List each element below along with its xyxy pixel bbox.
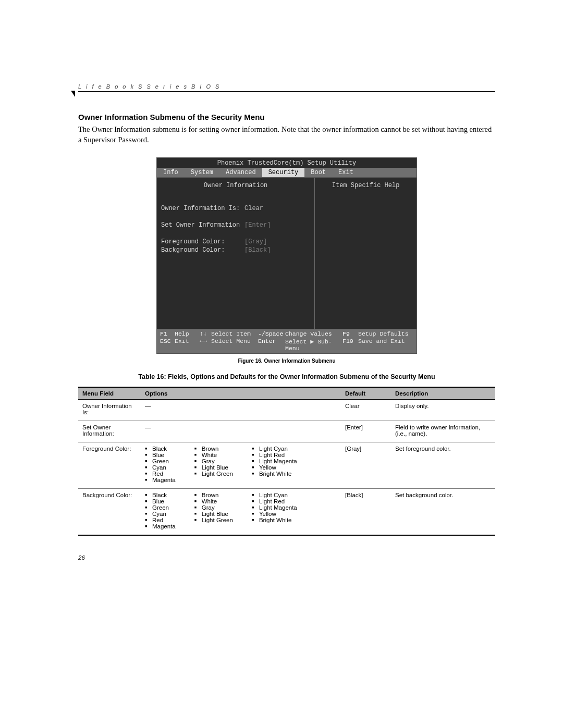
cell-description: Display only.: [391, 400, 495, 421]
color-option: Light Magenta: [252, 458, 297, 464]
bios-tab: System: [185, 168, 219, 177]
cell-menu-field: Background Color:: [78, 489, 141, 536]
bios-tab-bar: InfoSystemAdvancedSecurityBootExit: [156, 168, 417, 178]
color-option: Light Blue: [194, 511, 233, 517]
key-f1-text: Help: [175, 330, 200, 337]
bios-row: Owner Information Is:Clear: [161, 205, 310, 212]
key-lr-text: Select Menu: [211, 338, 258, 352]
table-row: Set Owner Information:—[Enter]Field to w…: [78, 421, 495, 442]
bios-footer: F1 Help ↑↓ Select Item -/Space Change Va…: [156, 329, 417, 354]
color-option: Brown: [194, 492, 233, 498]
color-option: Light Magenta: [252, 504, 297, 511]
color-option: Gray: [194, 458, 233, 464]
color-option: Blue: [145, 452, 176, 458]
color-option: Bright White: [252, 517, 297, 523]
table-header: Description: [391, 387, 495, 400]
bios-row-value: [Enter]: [244, 221, 271, 229]
key-f9-text: Setup Defaults: [358, 330, 413, 337]
cell-default: Clear: [341, 400, 391, 421]
figure-caption: Figure 16. Owner Information Submenu: [78, 358, 495, 364]
color-option: Cyan: [145, 511, 176, 517]
bios-right-title: Item Specific Help: [319, 182, 412, 189]
color-option: Light Green: [194, 517, 233, 523]
color-option: Light Blue: [194, 464, 233, 471]
table-row: Background Color:BlackBlueGreenCyanRedMa…: [78, 489, 495, 536]
bios-row: Set Owner Information[Enter]: [161, 221, 310, 229]
bios-right-panel: Item Specific Help: [315, 178, 417, 329]
key-esc-text: Exit: [175, 338, 200, 352]
table-header: Default: [341, 387, 391, 400]
color-option: Green: [145, 504, 176, 511]
key-enter: Enter: [258, 338, 285, 352]
bios-tab: Exit: [332, 168, 360, 177]
color-option: White: [194, 498, 233, 504]
bios-left-panel: Owner Information Owner Information Is:C…: [157, 178, 315, 329]
table-row: Owner Information Is:—ClearDisplay only.: [78, 400, 495, 421]
cell-description: Field to write owner information, (i.e.,…: [391, 421, 495, 442]
bios-tab: Security: [262, 168, 305, 177]
bios-left-title: Owner Information: [161, 182, 310, 189]
color-option: Red: [145, 471, 176, 477]
section-body: The Owner Information submenu is for set…: [78, 125, 495, 145]
key-f1: F1: [160, 330, 175, 337]
color-option: White: [194, 452, 233, 458]
bios-row-label: Foreground Color:: [161, 238, 244, 245]
color-option: Blue: [145, 498, 176, 504]
bios-tab: Info: [157, 168, 185, 177]
color-option: Light Cyan: [252, 446, 297, 452]
cell-description: Set background color.: [391, 489, 495, 536]
header-arrow-icon: [71, 91, 75, 97]
key-lr: ←→: [200, 338, 211, 352]
key-f9: F9: [342, 330, 358, 337]
key-updown-text: Select Item: [211, 330, 258, 337]
color-option: Gray: [194, 504, 233, 511]
cell-menu-field: Set Owner Information:: [78, 421, 141, 442]
color-option: Light Red: [252, 498, 297, 504]
bios-tab: Boot: [304, 168, 332, 177]
bios-row-label: Background Color:: [161, 246, 244, 254]
color-option: Black: [145, 446, 176, 452]
color-option: Yellow: [252, 464, 297, 471]
key-f10-text: Save and Exit: [358, 338, 413, 352]
color-option: Magenta: [145, 477, 176, 483]
cell-menu-field: Owner Information Is:: [78, 400, 141, 421]
running-header-text: L i f e B o o k S S e r i e s B I O S: [78, 83, 221, 90]
color-option: Light Red: [252, 452, 297, 458]
bios-row-label: Set Owner Information: [161, 221, 244, 229]
key-esc: ESC: [160, 338, 175, 352]
bios-row-value: [Black]: [244, 246, 271, 254]
cell-default: [Black]: [341, 489, 391, 536]
table-caption: Table 16: Fields, Options and Defaults f…: [78, 373, 495, 380]
color-option: Yellow: [252, 511, 297, 517]
color-option: Magenta: [145, 523, 176, 529]
key-minus-text: Change Values: [285, 330, 342, 337]
cell-options: BlackBlueGreenCyanRedMagentaBrownWhiteGr…: [141, 442, 341, 489]
bios-row-label: Owner Information Is:: [161, 205, 244, 212]
running-header: L i f e B o o k S S e r i e s B I O S: [78, 83, 495, 92]
color-option: Brown: [194, 446, 233, 452]
bios-tab: Advanced: [219, 168, 262, 177]
bios-row: Background Color:[Black]: [161, 246, 310, 254]
table-row: Foreground Color:BlackBlueGreenCyanRedMa…: [78, 442, 495, 489]
cell-description: Set foreground color.: [391, 442, 495, 489]
key-enter-text: Select ▶ Sub-Menu: [285, 338, 342, 352]
bios-utility-title: Phoenix TrustedCore(tm) Setup Utility: [156, 157, 417, 168]
data-table: Menu FieldOptionsDefaultDescription Owne…: [78, 387, 495, 536]
bios-row-value: [Gray]: [244, 238, 267, 245]
key-updown: ↑↓: [200, 330, 211, 337]
table-header: Menu Field: [78, 387, 141, 400]
color-option: Light Cyan: [252, 492, 297, 498]
bios-row-value: Clear: [244, 205, 263, 212]
color-option: Cyan: [145, 464, 176, 471]
color-option: Red: [145, 517, 176, 523]
color-option: Green: [145, 458, 176, 464]
bios-screenshot: Phoenix TrustedCore(tm) Setup Utility In…: [156, 157, 417, 354]
cell-default: [Enter]: [341, 421, 391, 442]
key-f10: F10: [342, 338, 358, 352]
key-minus: -/Space: [258, 330, 285, 337]
cell-menu-field: Foreground Color:: [78, 442, 141, 489]
color-option: Light Green: [194, 471, 233, 477]
cell-default: [Gray]: [341, 442, 391, 489]
color-option: Black: [145, 492, 176, 498]
section-title: Owner Information Submenu of the Securit…: [78, 113, 495, 121]
